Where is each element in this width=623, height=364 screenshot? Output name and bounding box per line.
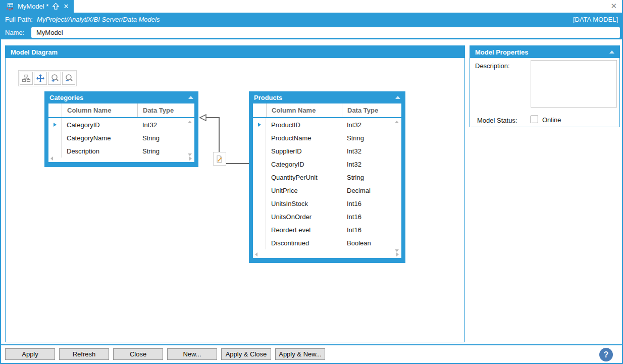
row-selector-marker bbox=[253, 210, 266, 223]
model-diagram-title: Model Diagram bbox=[11, 48, 58, 56]
entity-products[interactable]: Products Column Name Data Type ProductID… bbox=[249, 91, 405, 263]
scroll-down-icon[interactable] bbox=[188, 153, 192, 156]
data-model-icon bbox=[6, 3, 14, 11]
column-name-cell: SupplierID bbox=[266, 147, 342, 155]
scroll-right-icon[interactable] bbox=[396, 252, 399, 256]
data-type-cell: Int16 bbox=[342, 200, 392, 207]
row-selector-marker bbox=[253, 184, 266, 197]
row-marker-header bbox=[48, 103, 62, 117]
footer-button-bar: ApplyRefreshCloseNew...Apply & CloseAppl… bbox=[1, 345, 622, 363]
row-selector-marker bbox=[253, 171, 266, 184]
column-name-cell: UnitsInStock bbox=[266, 200, 342, 207]
zoom-out-button[interactable] bbox=[62, 72, 75, 85]
grid-header-row: Column Name Data Type bbox=[48, 103, 194, 118]
data-model-editor-window: MyModel * ✕ ✕ Full Path: MyProject/Analy… bbox=[0, 0, 623, 364]
edit-relationship-icon bbox=[215, 154, 224, 164]
diagram-toolbar bbox=[18, 70, 77, 86]
tab-mymodel[interactable]: MyModel * ✕ bbox=[1, 0, 74, 13]
model-diagram-panel: Model Diagram bbox=[5, 45, 465, 342]
data-type-header: Data Type bbox=[137, 103, 187, 117]
column-name-cell: ProductName bbox=[266, 134, 342, 142]
entity-products-header[interactable]: Products bbox=[253, 91, 401, 103]
table-row[interactable]: CategoryIDInt32 bbox=[48, 118, 194, 131]
zoom-in-button[interactable] bbox=[48, 72, 61, 85]
apply-button[interactable]: Apply bbox=[5, 348, 55, 360]
column-name-cell: ProductID bbox=[266, 121, 342, 129]
data-type-cell: Int32 bbox=[342, 161, 392, 168]
entity-categories-grid: Column Name Data Type CategoryIDInt32Cat… bbox=[48, 103, 194, 162]
data-type-cell: Decimal bbox=[342, 187, 392, 194]
new-button[interactable]: New... bbox=[167, 348, 217, 360]
tab-close-icon[interactable]: ✕ bbox=[63, 3, 69, 10]
table-row[interactable]: CategoryIDInt32 bbox=[253, 158, 401, 171]
row-selector-marker bbox=[253, 236, 266, 249]
data-type-cell: String bbox=[342, 134, 392, 142]
column-name-cell: UnitPrice bbox=[266, 187, 342, 194]
entity-products-grid: Column Name Data Type ProductIDInt32Prod… bbox=[253, 103, 401, 258]
entity-categories-header[interactable]: Categories bbox=[48, 91, 194, 103]
refresh-button[interactable]: Refresh bbox=[59, 348, 109, 360]
online-checkbox-label: Online bbox=[542, 116, 561, 124]
row-selector-marker bbox=[48, 144, 62, 158]
scroll-down-icon[interactable] bbox=[395, 249, 399, 252]
collapse-icon[interactable] bbox=[395, 96, 400, 99]
data-model-badge: [DATA MODEL] bbox=[573, 16, 618, 23]
name-bar: Name: bbox=[1, 26, 622, 39]
scroll-up-icon[interactable] bbox=[188, 121, 192, 123]
online-checkbox[interactable] bbox=[531, 116, 538, 123]
layout-icon bbox=[22, 74, 31, 83]
auto-layout-button[interactable] bbox=[20, 72, 33, 85]
row-selector-marker bbox=[48, 131, 62, 144]
table-row[interactable]: UnitPriceDecimal bbox=[253, 184, 401, 197]
row-selector-marker bbox=[253, 158, 266, 171]
data-type-cell: Int32 bbox=[342, 121, 392, 129]
scroll-left-icon[interactable] bbox=[255, 252, 257, 256]
row-selector-marker bbox=[253, 118, 266, 131]
table-row[interactable]: ProductNameString bbox=[253, 131, 401, 144]
window-close-icon[interactable]: ✕ bbox=[610, 2, 617, 11]
entity-categories-title: Categories bbox=[49, 94, 83, 101]
close-button[interactable]: Close bbox=[113, 348, 163, 360]
row-marker-header bbox=[253, 103, 266, 117]
table-row[interactable]: DescriptionString bbox=[48, 144, 194, 158]
table-row[interactable]: ProductIDInt32 bbox=[253, 118, 401, 131]
table-row[interactable]: UnitsInStockInt16 bbox=[253, 197, 401, 210]
table-row[interactable]: QuantityPerUnitString bbox=[253, 171, 401, 184]
publish-up-icon[interactable] bbox=[52, 3, 60, 10]
scroll-left-icon[interactable] bbox=[50, 157, 53, 161]
data-type-cell: String bbox=[137, 134, 187, 142]
column-name-cell: CategoryID bbox=[62, 121, 137, 129]
data-type-cell: Boolean bbox=[342, 239, 392, 247]
entity-categories[interactable]: Categories Column Name Data Type Categor… bbox=[44, 91, 198, 167]
collapse-icon[interactable] bbox=[609, 50, 614, 54]
description-textarea[interactable] bbox=[531, 60, 617, 108]
tab-title: MyModel * bbox=[18, 3, 48, 10]
model-properties-title: Model Properties bbox=[475, 48, 528, 56]
data-type-cell: String bbox=[137, 147, 187, 155]
model-properties-header: Model Properties bbox=[470, 46, 619, 58]
column-name-cell: CategoryID bbox=[266, 161, 342, 168]
name-label: Name: bbox=[5, 29, 24, 36]
scroll-right-icon[interactable] bbox=[189, 157, 192, 161]
edit-relationship-button[interactable] bbox=[213, 152, 226, 166]
table-row[interactable]: CategoryNameString bbox=[48, 131, 194, 144]
pan-button[interactable] bbox=[34, 72, 47, 85]
column-name-cell: Discontinued bbox=[266, 239, 342, 247]
row-selector-marker bbox=[253, 223, 266, 236]
apply-new-button[interactable]: Apply & New... bbox=[275, 348, 325, 360]
table-row[interactable]: ReorderLevelInt16 bbox=[253, 223, 401, 236]
column-name-cell: ReorderLevel bbox=[266, 226, 342, 234]
help-button[interactable]: ? bbox=[599, 348, 613, 361]
table-row[interactable]: DiscontinuedBoolean bbox=[253, 236, 401, 249]
apply-close-button[interactable]: Apply & Close bbox=[221, 348, 271, 360]
name-input[interactable] bbox=[31, 27, 620, 38]
scroll-up-icon[interactable] bbox=[395, 121, 399, 123]
table-row[interactable]: UnitsOnOrderInt16 bbox=[253, 210, 401, 223]
full-path-value: MyProject/AnalytiX/BI Server/Data Models bbox=[37, 16, 160, 23]
data-type-cell: Int16 bbox=[342, 226, 392, 234]
table-row[interactable]: SupplierIDInt32 bbox=[253, 144, 401, 158]
collapse-icon[interactable] bbox=[188, 96, 193, 99]
column-name-cell: CategoryName bbox=[62, 134, 137, 142]
current-row-icon bbox=[54, 123, 57, 127]
current-row-icon bbox=[258, 123, 261, 127]
